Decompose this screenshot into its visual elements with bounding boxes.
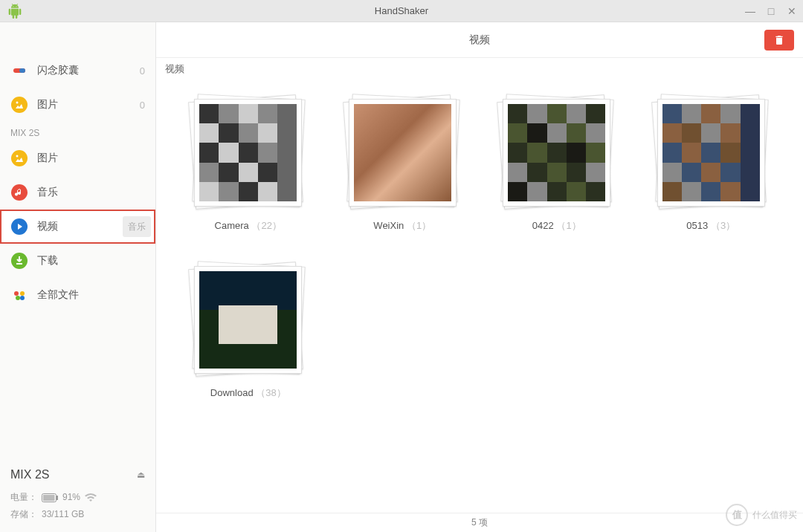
- folder-name: Download （38）: [210, 386, 286, 400]
- svg-point-5: [16, 155, 19, 158]
- svg-point-10: [20, 291, 25, 296]
- folder-thumbnail: [190, 95, 306, 210]
- folder-count: （3）: [711, 220, 735, 231]
- sidebar-item-video[interactable]: 视频音乐: [0, 210, 155, 244]
- sidebar-item-label: 下载: [37, 254, 145, 267]
- folder-name: 0513 （3）: [686, 219, 735, 233]
- svg-point-2: [11, 97, 28, 113]
- device-header: [0, 22, 155, 53]
- sidebar-item-label: 闪念胶囊: [37, 64, 131, 77]
- status-bar: 5 项: [156, 513, 803, 532]
- svg-point-12: [20, 296, 25, 300]
- sidebar-item-label: 图片: [37, 152, 145, 165]
- folder-thumbnail: [499, 95, 614, 210]
- sidebar-item-count: 0: [140, 100, 145, 111]
- sidebar-item-download[interactable]: 下载: [0, 244, 155, 278]
- folder-item[interactable]: 0422 （1）: [487, 95, 627, 233]
- eject-icon[interactable]: ⏏: [137, 467, 145, 484]
- folder-item[interactable]: WeiXin （1）: [333, 95, 473, 233]
- content-header: 视频: [156, 22, 803, 58]
- folder-count: （38）: [256, 387, 286, 398]
- android-icon: [7, 4, 22, 19]
- item-count: 5 项: [471, 516, 488, 529]
- svg-rect-1: [19, 68, 25, 73]
- sidebar-item-label: 全部文件: [37, 288, 145, 302]
- storage-value: 33/111 GB: [42, 506, 84, 523]
- sidebar-item-label: 图片: [37, 98, 131, 111]
- folder-thumbnail: [345, 95, 460, 210]
- folder-item[interactable]: Camera （22）: [178, 95, 318, 233]
- battery-label: 电量：: [10, 489, 37, 506]
- breadcrumb: 视频: [156, 58, 803, 80]
- image-icon: [10, 96, 28, 114]
- window-title: HandShaker: [375, 5, 428, 16]
- device-name: MIX 2S: [10, 464, 49, 486]
- folder-name: Camera （22）: [215, 219, 282, 233]
- close-button[interactable]: ✕: [787, 6, 797, 16]
- folder-grid: Camera （22） WeiXin （1） 0422 （1） 0513 （3）…: [156, 80, 803, 513]
- svg-point-3: [16, 102, 19, 104]
- folder-item[interactable]: Download （38）: [178, 262, 318, 400]
- title-bar: HandShaker — □ ✕: [0, 0, 803, 22]
- sidebar-section-label: MIX 2S: [0, 122, 155, 141]
- folder-name: WeiXin （1）: [373, 219, 431, 233]
- wifi-icon: [85, 493, 97, 502]
- svg-point-9: [14, 291, 19, 296]
- image-icon: [10, 149, 28, 167]
- sidebar-item-label: 音乐: [37, 186, 145, 199]
- device-footer: MIX 2S ⏏ 电量： 91% 存储： 33/111 GB: [0, 456, 155, 532]
- svg-rect-15: [57, 496, 58, 500]
- folder-item[interactable]: 0513 （3）: [642, 95, 781, 233]
- folder-thumbnail: [190, 262, 306, 377]
- window-controls: — □ ✕: [745, 6, 797, 16]
- svg-point-11: [16, 296, 20, 300]
- music-icon: [10, 184, 28, 201]
- sidebar-chip: 音乐: [123, 216, 151, 237]
- download-icon: [10, 252, 28, 270]
- sidebar-item-image[interactable]: 图片: [0, 141, 155, 175]
- storage-label: 存储：: [10, 506, 37, 523]
- folder-thumbnail: [654, 95, 769, 210]
- battery-icon: [42, 493, 58, 502]
- svg-rect-14: [43, 495, 55, 501]
- capsule-icon: [10, 62, 28, 80]
- folder-name: 0422 （1）: [532, 219, 581, 233]
- files-icon: [10, 286, 28, 304]
- sidebar-item-count: 0: [140, 65, 145, 77]
- content-area: 视频 视频 Camera （22） WeiXin （1） 0422 （1） 05…: [156, 22, 803, 532]
- minimize-button[interactable]: —: [745, 6, 755, 16]
- delete-button[interactable]: [764, 30, 794, 51]
- battery-percent: 91%: [62, 489, 80, 506]
- folder-count: （22）: [251, 220, 281, 231]
- sidebar-item-files[interactable]: 全部文件: [0, 278, 155, 312]
- sidebar-item-music[interactable]: 音乐: [0, 175, 155, 210]
- sidebar-item-image[interactable]: 图片0: [0, 88, 155, 122]
- svg-point-4: [11, 150, 28, 166]
- sidebar-item-capsule[interactable]: 闪念胶囊0: [0, 53, 155, 88]
- content-title: 视频: [469, 33, 490, 47]
- folder-count: （1）: [407, 220, 431, 231]
- trash-icon: [773, 34, 785, 46]
- folder-count: （1）: [556, 220, 581, 231]
- sidebar: 闪念胶囊0图片0 MIX 2S 图片音乐视频音乐下载全部文件 MIX 2S ⏏ …: [0, 22, 156, 532]
- video-icon: [10, 218, 28, 236]
- maximize-button[interactable]: □: [766, 6, 776, 16]
